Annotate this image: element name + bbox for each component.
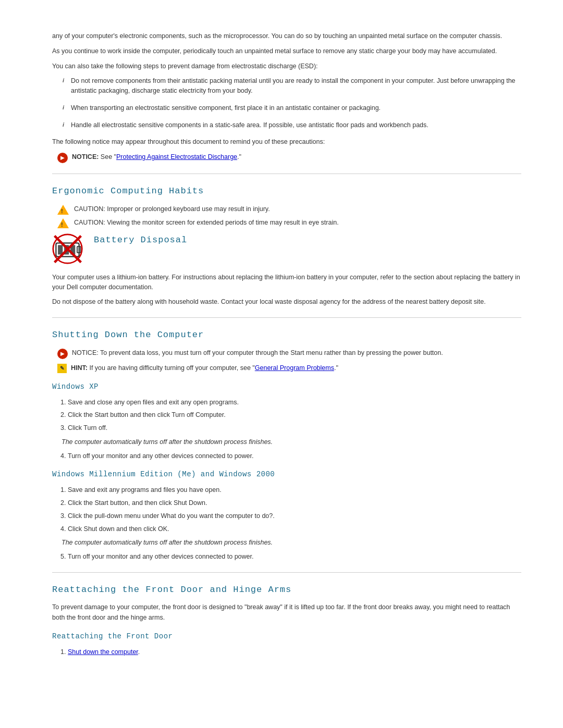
esd-bullet-2: i When transporting an electrostatic sen…	[63, 103, 521, 113]
esd-link[interactable]: Protecting Against Electrostatic Dischar…	[116, 153, 237, 161]
divider-1	[52, 174, 521, 174]
general-problems-link[interactable]: General Program Problems	[255, 364, 334, 372]
shut-down-link[interactable]: Shut down the computer	[68, 648, 138, 656]
xp-step-2: Click the Start button and then click Tu…	[68, 410, 521, 420]
intro-p1: any of your computer's electronic compon…	[52, 31, 521, 41]
caution-block-2: CAUTION: Viewing the monitor screen for …	[57, 218, 521, 228]
xp-step-1: Save and close any open files and exit a…	[68, 398, 521, 408]
caution-text-2: CAUTION: Viewing the monitor screen for …	[74, 218, 339, 228]
me-step-1: Save and exit any programs and files you…	[68, 485, 521, 495]
shutdown-hint-block: ✎ HINT: If you are having difficulty tur…	[57, 363, 521, 373]
esd-notice-block: ► NOTICE: See "Protecting Against Electr…	[57, 152, 521, 163]
reattaching-intro: To prevent damage to your computer, the …	[52, 602, 521, 623]
esd-bullet-1: i Do not remove components from their an…	[63, 76, 521, 96]
front-door-heading: Reattaching the Front Door	[52, 631, 521, 642]
bullet-marker-1: i	[63, 76, 67, 85]
battery-icon-wrap	[52, 233, 83, 268]
xp-step-3: Click Turn off.	[68, 423, 521, 433]
windows-me-2000-heading: Windows Millennium Edition (Me) and Wind…	[52, 469, 521, 480]
hint-icon: ✎	[57, 364, 67, 373]
divider-2	[52, 317, 521, 318]
caution-block-1: CAUTION: Improper or prolonged keyboard …	[57, 204, 521, 215]
battery-disposal-icon	[52, 233, 83, 265]
me-step-2: Click the Start button, and then click S…	[68, 498, 521, 508]
me-step-3: Click the pull-down menu under What do y…	[68, 511, 521, 521]
divider-3	[52, 572, 521, 573]
shutting-down-heading: Shutting Down the Computer	[52, 328, 521, 342]
esd-notice-text: NOTICE: See "Protecting Against Electros…	[72, 152, 241, 162]
bullet-marker-2: i	[63, 103, 67, 112]
shutdown-notice-block: ► NOTICE: To prevent data loss, you must…	[57, 348, 521, 359]
battery-heading: Battery Disposal	[94, 233, 187, 247]
caution-text-1: CAUTION: Improper or prolonged keyboard …	[74, 204, 270, 214]
ergonomic-heading: Ergonomic Computing Habits	[52, 184, 521, 198]
notice-icon: ►	[57, 153, 68, 163]
windows-xp-steps: Save and close any open files and exit a…	[68, 398, 521, 433]
battery-p2: Do not dispose of the battery along with…	[52, 297, 521, 307]
shutdown-notice-icon: ►	[57, 349, 68, 359]
front-door-steps: Shut down the computer.	[68, 647, 521, 657]
battery-text-wrap: Battery Disposal	[94, 233, 187, 247]
battery-section: Battery Disposal	[52, 233, 521, 268]
xp-step-4: Turn off your monitor and any other devi…	[68, 451, 521, 461]
notice-prefix: The following notice may appear througho…	[52, 137, 521, 147]
windows-xp-step4: Turn off your monitor and any other devi…	[68, 451, 521, 461]
battery-p1: Your computer uses a lithium-ion battery…	[52, 273, 521, 293]
intro-p2: As you continue to work inside the compu…	[52, 46, 521, 56]
me-step-5: Turn off your monitor and any other devi…	[68, 552, 521, 562]
intro-p3: You can also take the following steps to…	[52, 61, 521, 71]
xp-auto-off-note: The computer automatically turns off aft…	[62, 437, 521, 447]
me-auto-off-note: The computer automatically turns off aft…	[62, 538, 521, 548]
bullet-marker-3: i	[63, 120, 67, 129]
shutdown-notice-text: NOTICE: To prevent data loss, you must t…	[72, 348, 443, 358]
me-step-4: Click Shut down and then click OK.	[68, 524, 521, 534]
windows-me-step5: Turn off your monitor and any other devi…	[68, 552, 521, 562]
shutdown-hint-text: HINT: If you are having difficulty turni…	[71, 363, 338, 373]
front-door-step-1: Shut down the computer.	[68, 647, 521, 657]
windows-me-steps: Save and exit any programs and files you…	[68, 485, 521, 534]
reattaching-heading: Reattaching the Front Door and Hinge Arm…	[52, 583, 521, 597]
caution-icon-1	[57, 205, 69, 215]
windows-xp-heading: Windows XP	[52, 381, 521, 392]
esd-bullet-3: i Handle all electrostatic sensitive com…	[63, 120, 521, 130]
caution-icon-2	[57, 218, 69, 228]
